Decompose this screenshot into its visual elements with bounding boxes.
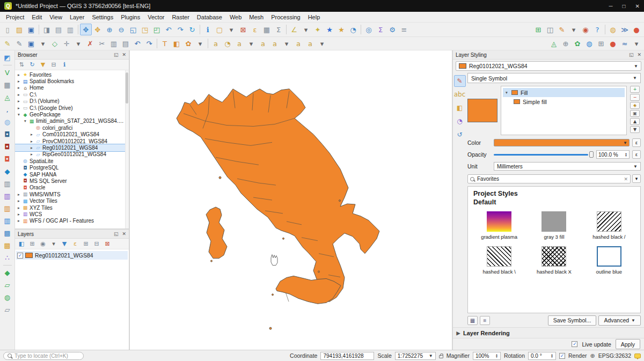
expand-icon[interactable]: ▸ — [30, 132, 34, 137]
browser-reorder-button[interactable]: ⇅ — [16, 60, 27, 70]
add-spatialite-layer-button[interactable]: ◍ — [1, 116, 14, 128]
styling-layer-selector[interactable]: Reg01012021_WGS84 ▼ — [456, 61, 641, 71]
plugin-grid-button[interactable]: ⊞ — [595, 38, 607, 49]
expand-icon[interactable]: ▸ — [17, 192, 21, 197]
expand-icon[interactable]: ▸ — [17, 92, 21, 97]
add-polygon-feature-button[interactable]: ◇ — [49, 38, 61, 49]
annotation-list-menu-button[interactable]: ▾ — [194, 38, 206, 49]
expand-icon[interactable]: ▸ — [30, 139, 34, 144]
project-save-button[interactable]: ▣ — [25, 24, 37, 35]
layer-diagram-options-button[interactable]: ◔ — [222, 38, 233, 49]
profile-tool-button[interactable]: ≈ — [619, 38, 631, 49]
menu-help[interactable]: Help — [304, 13, 324, 21]
add-delimited-text-layer-button[interactable]: , — [1, 104, 14, 116]
menu-view[interactable]: View — [46, 13, 66, 21]
new-text-annotation-button[interactable]: T — [159, 38, 171, 49]
show-spatial-bookmarks-button[interactable]: ★ — [335, 24, 347, 35]
spinner-arrows-icon[interactable]: ▲▼ — [625, 152, 627, 157]
save-symbol-button[interactable]: Save Symbol... — [548, 315, 597, 326]
spinner-arrows-icon[interactable]: ▲▼ — [495, 353, 498, 358]
expand-icon[interactable]: ▸ — [17, 198, 21, 203]
change-label-properties-button[interactable]: a — [304, 38, 316, 49]
measure-menu-button[interactable]: ▾ — [300, 24, 312, 35]
change-label-menu-button[interactable]: ▾ — [316, 38, 328, 49]
grass-tools-button[interactable]: ✿ — [572, 38, 583, 49]
filter-legend-button[interactable]: ▼ — [59, 239, 70, 249]
coordinate-input[interactable]: 794193,4161928 — [320, 352, 374, 360]
menu-plugins[interactable]: Plugins — [117, 13, 144, 21]
menu-web[interactable]: Web — [226, 13, 245, 21]
browser-item-c[interactable]: ▸▭C:\ — [15, 91, 125, 98]
messages-icon[interactable] — [634, 353, 641, 358]
undo-button[interactable]: ↶ — [131, 38, 143, 49]
style-outline-blue[interactable]: outline blue — [583, 246, 635, 275]
menu-raster[interactable]: Raster — [168, 13, 193, 21]
annotation-tools-button[interactable]: ✎ — [556, 24, 568, 35]
add-raster-layer-button[interactable]: ▦ — [1, 79, 14, 91]
new-shapefile-layer-button[interactable]: ▱ — [1, 279, 14, 291]
project-open-button[interactable]: ▨ — [13, 24, 25, 35]
layer-rendering-section[interactable]: ▶ Layer Rendering — [453, 327, 644, 338]
rotation-spinbox[interactable]: 0.0 ° ▲▼ — [528, 352, 556, 360]
browser-item-com01012021-wgs84[interactable]: ▸▱Com01012021_WGS84 — [15, 131, 125, 138]
browser-item-colori-grafici[interactable]: ◎colori_grafici — [15, 124, 125, 131]
browser-item-geopackage[interactable]: ▾◆GeoPackage — [15, 111, 125, 117]
pin-unpin-labels-menu-button[interactable]: ▾ — [245, 38, 257, 49]
new-temporary-scratch-layer-button[interactable]: ▱ — [1, 304, 14, 316]
opacity-spinbox[interactable]: 100.0 % ▲▼ — [596, 150, 630, 159]
icon-view-button[interactable]: ▦ — [467, 316, 478, 325]
locator-button[interactable]: ◎ — [363, 24, 375, 35]
remove-symbol-layer-button[interactable]: − — [630, 94, 640, 101]
spinner-arrows-icon[interactable]: ▲▼ — [551, 353, 553, 358]
advanced-button[interactable]: Advanced ▼ — [598, 315, 641, 326]
delete-selected-button[interactable]: ✗ — [84, 38, 96, 49]
osm-place-search-button[interactable]: ◉ — [580, 24, 591, 35]
render-checkbox[interactable]: ✓ — [559, 353, 565, 359]
map-canvas[interactable] — [130, 50, 453, 350]
metasearch-catalog-button[interactable]: ◍ — [583, 38, 595, 49]
add-arcgis-rest-layer-button[interactable]: ▥ — [1, 215, 14, 227]
open-layer-styling-panel-button[interactable]: ◧ — [16, 239, 27, 249]
add-mssql-layer-button[interactable]: ◘ — [1, 141, 14, 153]
move-label-menu-button[interactable]: ▾ — [281, 38, 292, 49]
browser-float-button[interactable]: ◱ — [114, 52, 119, 57]
locate-input[interactable]: Type to locate (Ctrl+K) — [3, 352, 84, 360]
add-wms-layer-button[interactable]: ▥ — [1, 178, 14, 190]
menu-edit[interactable]: Edit — [28, 13, 46, 21]
browser-item-d-volume[interactable]: ▸▭D:\ (Volume) — [15, 98, 125, 105]
duplicate-symbol-layer-button[interactable]: ▣ — [630, 110, 640, 117]
save-layer-edits-button[interactable]: ▣ — [25, 38, 37, 49]
styling-float-button[interactable]: ◱ — [629, 52, 634, 57]
browser-scrollbar[interactable] — [125, 70, 129, 229]
style-filter-menu-button[interactable]: ▾ — [632, 174, 641, 183]
add-xyz-layer-button[interactable]: ▩ — [1, 239, 14, 252]
browser-item-xyz-tiles[interactable]: ▸▩XYZ Tiles — [15, 204, 125, 211]
style-hashed-black-slash[interactable]: hashed black / — [583, 211, 635, 240]
layer-item[interactable]: ✓ Reg01012021_WGS84 — [16, 251, 128, 260]
maximize-button[interactable]: □ — [623, 3, 626, 9]
map-tips-button[interactable]: ✦ — [312, 24, 324, 35]
zoom-out-button[interactable]: ⊖ — [115, 24, 127, 35]
open-attribute-table-button[interactable]: ▦ — [261, 24, 273, 35]
list-view-button[interactable]: ≡ — [480, 316, 490, 325]
map-themes-menu-button[interactable]: ▾ — [48, 239, 59, 249]
paste-features-button[interactable]: ▤ — [120, 38, 131, 49]
zoom-to-layer-button[interactable]: ◰ — [151, 24, 163, 35]
styling-close-button[interactable]: ✕ — [637, 52, 641, 57]
add-vector-layer-button[interactable]: V — [1, 67, 14, 79]
python-console-button[interactable]: ≫ — [619, 24, 631, 35]
expand-icon[interactable]: ▾ — [17, 112, 21, 117]
browser-item-home[interactable]: ▸⌂Home — [15, 85, 125, 91]
annotation-menu-button[interactable]: ▾ — [568, 24, 580, 35]
clear-icon[interactable]: ✕ — [624, 176, 628, 182]
pan-map-button[interactable]: ✥ — [80, 24, 92, 35]
browser-item-oracle[interactable]: ◘Oracle — [15, 185, 125, 191]
show-layout-manager-button[interactable]: ▥ — [64, 24, 76, 35]
browser-item-spatial-bookmarks[interactable]: ▸▤Spatial Bookmarks — [15, 78, 125, 84]
browser-item-ms-sql-server[interactable]: ◘MS SQL Server — [15, 178, 125, 184]
xyz-tiles-plugin-button[interactable]: ◍ — [607, 24, 619, 35]
select-features-menu-button[interactable]: ▾ — [225, 24, 237, 35]
browser-item-postgresql[interactable]: ◘PostgreSQL — [15, 164, 125, 171]
temporal-controller-button[interactable]: ◔ — [347, 24, 359, 35]
measure-line-button[interactable]: ∠ — [288, 24, 300, 35]
